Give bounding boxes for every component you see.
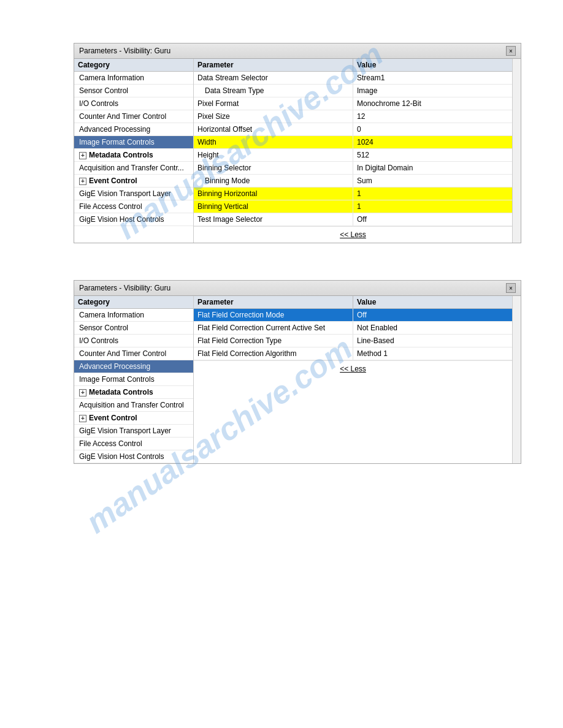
expand-icon-event-2: + bbox=[79, 415, 86, 422]
panel-2-category-advanced-processing[interactable]: Advanced Processing bbox=[74, 360, 193, 373]
less-button[interactable]: << Less bbox=[340, 230, 366, 239]
param-value: 0 bbox=[353, 123, 512, 135]
panel-2-param-pane: Parameter Value Flat Field Correction Mo… bbox=[194, 296, 512, 463]
table-row: Pixel Format Monochrome 12-Bit bbox=[194, 97, 512, 110]
table-row: Pixel Size 12 bbox=[194, 110, 512, 123]
panel-2-param-col-name: Parameter bbox=[194, 296, 353, 308]
param-value-flat-field-type: Line-Based bbox=[353, 335, 512, 347]
param-value: Off bbox=[353, 213, 512, 226]
param-name-flat-field-algorithm: Flat Field Correction Algorithm bbox=[194, 347, 353, 360]
panel-1-category-gige-host[interactable]: GigE Vision Host Controls bbox=[74, 213, 193, 226]
param-value: 512 bbox=[353, 149, 512, 161]
param-name-width: Width bbox=[194, 136, 353, 148]
panel-2: Parameters - Visibility: Guru × Category… bbox=[74, 280, 521, 464]
panel-2-category-header: Category bbox=[74, 296, 193, 309]
panel-1: Parameters - Visibility: Guru × Category… bbox=[74, 43, 521, 243]
table-row-flat-field-mode[interactable]: Flat Field Correction Mode Off bbox=[194, 309, 512, 322]
panel-1-category-image-format[interactable]: Image Format Controls bbox=[74, 136, 193, 149]
table-row-binning-horizontal[interactable]: Binning Horizontal 1 bbox=[194, 188, 512, 200]
param-name-flat-field-type: Flat Field Correction Type bbox=[194, 335, 353, 347]
table-row: Binning Mode Sum bbox=[194, 175, 512, 188]
panel-2-category-event-control[interactable]: +Event Control bbox=[74, 412, 193, 425]
panel-2-category-io-controls[interactable]: I/O Controls bbox=[74, 335, 193, 347]
panel-1-category-advanced-processing[interactable]: Advanced Processing bbox=[74, 123, 193, 136]
param-value-binning-vertical: 1 bbox=[353, 200, 512, 213]
param-value-binning-horizontal: 1 bbox=[353, 188, 512, 200]
panel-2-content: Category Camera Information Sensor Contr… bbox=[74, 296, 521, 463]
panel-1-close-button[interactable]: × bbox=[506, 46, 516, 56]
param-value: In Digital Domain bbox=[353, 162, 512, 174]
less-button-row-2: << Less bbox=[194, 360, 512, 377]
table-row: Data Stream Type Image bbox=[194, 85, 512, 97]
table-row-flat-field-type: Flat Field Correction Type Line-Based bbox=[194, 335, 512, 347]
panel-1-category-acquisition[interactable]: Acquisition and Transfer Contr... bbox=[74, 162, 193, 175]
param-name-binning-vertical: Binning Vertical bbox=[194, 200, 353, 213]
table-row: Height 512 bbox=[194, 149, 512, 162]
panel-2-close-button[interactable]: × bbox=[506, 283, 516, 293]
panel-1-category-event-control[interactable]: +Event Control bbox=[74, 175, 193, 188]
less-button-2[interactable]: << Less bbox=[340, 365, 366, 373]
panel-1-category-pane: Category Camera Information Sensor Contr… bbox=[74, 59, 194, 243]
param-value: Stream1 bbox=[353, 72, 512, 84]
table-row: Horizontal Offset 0 bbox=[194, 123, 512, 136]
table-row-flat-field-active-set: Flat Field Correction Current Active Set… bbox=[194, 322, 512, 335]
panel-1-category-gige-transport[interactable]: GigE Vision Transport Layer bbox=[74, 188, 193, 200]
panel-1-scrollbar[interactable] bbox=[512, 59, 521, 243]
param-value-flat-field-mode: Off bbox=[353, 309, 512, 321]
panel-1-titlebar: Parameters - Visibility: Guru × bbox=[74, 44, 521, 59]
panel-2-param-header: Parameter Value bbox=[194, 296, 512, 309]
panel-1-param-col-value: Value bbox=[353, 59, 512, 71]
panel-2-category-camera-info[interactable]: Camera Information bbox=[74, 309, 193, 322]
page-background: Parameters - Visibility: Guru × Category… bbox=[0, 0, 563, 728]
param-value-flat-field-active-set: Not Enabled bbox=[353, 322, 512, 334]
param-name: Data Stream Selector bbox=[194, 72, 353, 84]
param-value: Image bbox=[353, 85, 512, 97]
panel-2-category-sensor-control[interactable]: Sensor Control bbox=[74, 322, 193, 335]
expand-icon-metadata: + bbox=[79, 152, 86, 159]
panel-1-category-io-controls[interactable]: I/O Controls bbox=[74, 97, 193, 110]
panel-2-category-gige-host[interactable]: GigE Vision Host Controls bbox=[74, 450, 193, 463]
panel-1-category-header: Category bbox=[74, 59, 193, 72]
table-row-width[interactable]: Width 1024 bbox=[194, 136, 512, 149]
panel-2-scrollbar[interactable] bbox=[512, 296, 521, 463]
param-value-width: 1024 bbox=[353, 136, 512, 148]
expand-icon-event: + bbox=[79, 178, 86, 185]
panel-1-category-file-access[interactable]: File Access Control bbox=[74, 200, 193, 213]
param-name-flat-field-active-set: Flat Field Correction Current Active Set bbox=[194, 322, 353, 334]
panel-1-category-sensor-control[interactable]: Sensor Control bbox=[74, 85, 193, 97]
table-row: Binning Selector In Digital Domain bbox=[194, 162, 512, 175]
param-value: Sum bbox=[353, 175, 512, 187]
panel-2-category-image-format[interactable]: Image Format Controls bbox=[74, 373, 193, 386]
panel-1-title: Parameters - Visibility: Guru bbox=[79, 47, 170, 55]
param-name: Binning Mode bbox=[194, 175, 353, 187]
panel-1-param-header: Parameter Value bbox=[194, 59, 512, 72]
param-name-binning-horizontal: Binning Horizontal bbox=[194, 188, 353, 200]
param-name: Height bbox=[194, 149, 353, 161]
panel-2-category-metadata-controls[interactable]: +Metadata Controls bbox=[74, 386, 193, 399]
panel-2-category-gige-transport[interactable]: GigE Vision Transport Layer bbox=[74, 425, 193, 438]
panel-2-param-col-value: Value bbox=[353, 296, 512, 308]
table-row-flat-field-algorithm: Flat Field Correction Algorithm Method 1 bbox=[194, 347, 512, 360]
expand-icon-metadata-2: + bbox=[79, 389, 86, 396]
table-row-binning-vertical[interactable]: Binning Vertical 1 bbox=[194, 200, 512, 213]
panel-1-category-counter-timer[interactable]: Counter And Timer Control bbox=[74, 110, 193, 123]
panel-1-category-metadata-controls[interactable]: +Metadata Controls bbox=[74, 149, 193, 162]
param-name: Pixel Format bbox=[194, 97, 353, 110]
param-value: 12 bbox=[353, 110, 512, 123]
table-row: Data Stream Selector Stream1 bbox=[194, 72, 512, 85]
table-row: Test Image Selector Off bbox=[194, 213, 512, 226]
param-name: Test Image Selector bbox=[194, 213, 353, 226]
panel-2-category-counter-timer[interactable]: Counter And Timer Control bbox=[74, 347, 193, 360]
panel-1-category-camera-info[interactable]: Camera Information bbox=[74, 72, 193, 85]
param-name: Binning Selector bbox=[194, 162, 353, 174]
param-name: Pixel Size bbox=[194, 110, 353, 123]
panel-1-param-pane: Parameter Value Data Stream Selector Str… bbox=[194, 59, 512, 243]
panel-2-category-acquisition[interactable]: Acquisition and Transfer Control bbox=[74, 399, 193, 412]
param-name: Data Stream Type bbox=[194, 85, 353, 97]
panel-2-category-file-access[interactable]: File Access Control bbox=[74, 438, 193, 450]
panel-2-titlebar: Parameters - Visibility: Guru × bbox=[74, 281, 521, 296]
less-button-row: << Less bbox=[194, 226, 512, 243]
param-value: Monochrome 12-Bit bbox=[353, 97, 512, 110]
panel-1-content: Category Camera Information Sensor Contr… bbox=[74, 59, 521, 243]
param-name-flat-field-mode: Flat Field Correction Mode bbox=[194, 309, 353, 321]
